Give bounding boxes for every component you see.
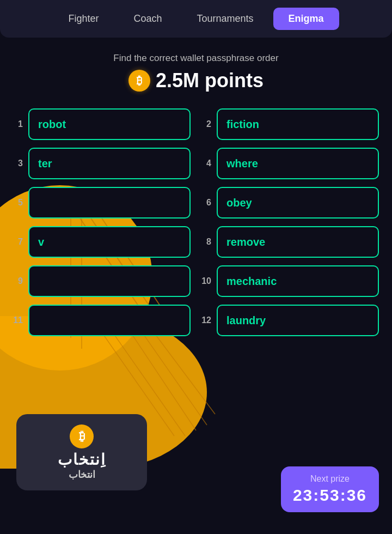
word-box-2[interactable]: fiction	[217, 108, 379, 140]
cell-number-10: 10	[201, 276, 211, 286]
cell-number-12: 12	[201, 315, 211, 325]
next-prize-label: Next prize	[293, 474, 367, 484]
word-box-12[interactable]: laundry	[217, 305, 379, 336]
tab-enigma[interactable]: Enigma	[273, 8, 339, 30]
word-cell-10: 10 mechanic	[201, 265, 379, 297]
word-cell-2: 2 fiction	[201, 108, 379, 140]
bottom-logo: ₿ اِنتخاب انتخاب	[16, 414, 147, 490]
logo-icon: ₿	[70, 424, 94, 448]
tab-fighter[interactable]: Fighter	[53, 8, 114, 30]
cell-number-6: 6	[201, 198, 211, 208]
points-text: 2.5M points	[156, 69, 264, 92]
word-grid: 1 robot 2 fiction 3 ter 4 where 5 6 obey…	[13, 108, 379, 336]
nav-bar: Fighter Coach Tournaments Enigma	[0, 0, 392, 38]
header-subtitle: Find the correct wallet passphrase order	[9, 53, 383, 64]
word-box-8[interactable]: remove	[217, 226, 379, 258]
word-box-3[interactable]: ter	[28, 148, 191, 179]
cell-number-11: 11	[13, 315, 23, 325]
header-section: Find the correct wallet passphrase order…	[0, 38, 392, 98]
word-cell-11: 11	[13, 305, 191, 336]
word-box-9[interactable]	[28, 265, 191, 297]
next-prize-widget: Next prize 23:53:36	[281, 466, 379, 512]
word-cell-12: 12 laundry	[201, 305, 379, 336]
cell-number-7: 7	[13, 237, 23, 247]
logo-text-arabic: اِنتخاب	[58, 451, 106, 469]
word-cell-9: 9	[13, 265, 191, 297]
word-cell-4: 4 where	[201, 148, 379, 179]
points-row: ₿ 2.5M points	[9, 69, 383, 92]
cell-number-9: 9	[13, 276, 23, 286]
cell-number-1: 1	[13, 119, 23, 129]
cell-number-5: 5	[13, 198, 23, 208]
next-prize-timer: 23:53:36	[293, 486, 367, 505]
word-box-5[interactable]	[28, 187, 191, 219]
word-cell-8: 8 remove	[201, 226, 379, 258]
cell-number-4: 4	[201, 159, 211, 168]
cell-number-3: 3	[13, 159, 23, 168]
word-cell-1: 1 robot	[13, 108, 191, 140]
tab-tournaments[interactable]: Tournaments	[181, 8, 268, 30]
word-box-4[interactable]: where	[217, 148, 379, 179]
word-box-7[interactable]: v	[28, 226, 191, 258]
word-box-11[interactable]	[28, 305, 191, 336]
word-cell-7: 7 v	[13, 226, 191, 258]
word-box-6[interactable]: obey	[217, 187, 379, 219]
cell-number-2: 2	[201, 119, 211, 129]
word-box-10[interactable]: mechanic	[217, 265, 379, 297]
word-cell-3: 3 ter	[13, 148, 191, 179]
word-box-1[interactable]: robot	[28, 108, 191, 140]
coin-icon: ₿	[128, 70, 150, 92]
tab-coach[interactable]: Coach	[118, 8, 177, 30]
logo-subtext: انتخاب	[69, 469, 95, 481]
grid-area: 1 robot 2 fiction 3 ter 4 where 5 6 obey…	[0, 98, 392, 336]
word-cell-5: 5	[13, 187, 191, 219]
cell-number-8: 8	[201, 237, 211, 247]
word-cell-6: 6 obey	[201, 187, 379, 219]
